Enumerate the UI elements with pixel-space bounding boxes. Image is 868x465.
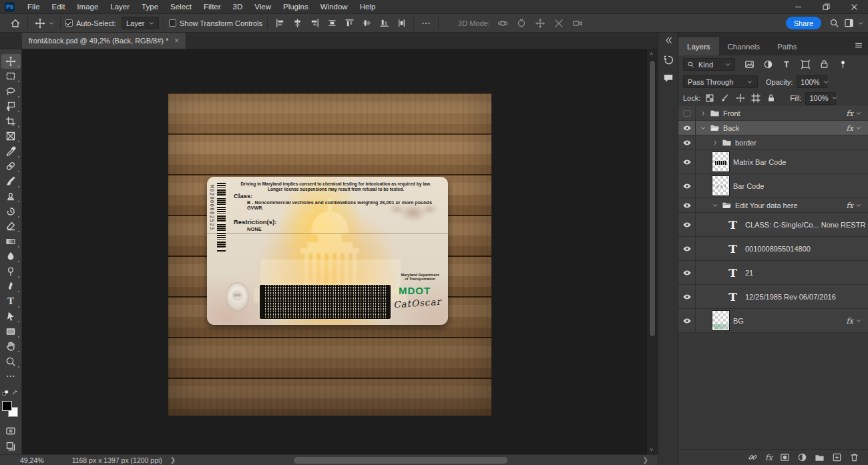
auto-select-checkbox[interactable]: [65, 19, 73, 27]
history-panel-icon[interactable]: [660, 52, 676, 68]
clone-stamp-tool[interactable]: [1, 189, 21, 203]
rectangle-tool[interactable]: [1, 324, 21, 339]
brush-tool[interactable]: [1, 174, 21, 189]
visibility-eye-icon[interactable]: [678, 213, 696, 236]
layer-thumbnail[interactable]: [712, 310, 730, 331]
delete-layer-icon[interactable]: [849, 452, 859, 462]
chevron-down-icon[interactable]: [700, 125, 706, 131]
document-tab[interactable]: front&back.psd @ 49,2% (Back, RGB/8#) * …: [22, 33, 186, 49]
new-layer-icon[interactable]: [832, 452, 842, 462]
lock-position-icon[interactable]: [735, 93, 746, 103]
screen-mode-button[interactable]: [1, 439, 21, 454]
layer-row-10[interactable]: BGfx: [678, 309, 868, 333]
kind-filter-dropdown[interactable]: Kind: [683, 58, 735, 71]
scroll-down-arrow-icon[interactable]: ˅: [650, 446, 653, 453]
chevron-down-icon[interactable]: [856, 16, 865, 31]
layer-row-2[interactable]: border: [678, 135, 868, 150]
align-center-h-icon[interactable]: [290, 16, 304, 31]
menu-item-filter[interactable]: Filter: [198, 0, 227, 13]
layer-row-1[interactable]: Backfx: [678, 121, 868, 135]
auto-select-target-dropdown[interactable]: Layer: [122, 17, 159, 29]
status-chevron-icon[interactable]: ❯: [170, 456, 176, 464]
layer-row-0[interactable]: Frontfx: [678, 106, 868, 121]
edit-toolbar-tool[interactable]: [1, 369, 21, 384]
layer-fx-badge[interactable]: fx: [846, 201, 866, 210]
default-colors-icon[interactable]: [2, 390, 9, 397]
adjustment-filter-icon[interactable]: [761, 59, 775, 71]
layer-fx-badge[interactable]: fx: [846, 123, 866, 133]
object-selection-tool[interactable]: [1, 99, 21, 113]
color-swatches[interactable]: [2, 401, 19, 418]
hand-tool[interactable]: [1, 339, 21, 354]
layer-row-6[interactable]: TCLASS: C-Single/Co... None RESTR: None: [678, 213, 868, 237]
scroll-right-arrow-icon[interactable]: ❯: [643, 456, 648, 464]
swap-colors-icon[interactable]: [12, 390, 19, 397]
history-brush-tool[interactable]: [1, 204, 21, 219]
layer-name[interactable]: 12/25/1985 Rev 06/07/2016: [745, 293, 836, 301]
layer-name[interactable]: Back: [723, 124, 739, 132]
layer-row-5[interactable]: Edit Your data herefx: [678, 198, 868, 213]
menu-item-select[interactable]: Select: [164, 0, 198, 13]
visibility-eye-icon[interactable]: [678, 309, 696, 332]
layer-row-9[interactable]: T12/25/1985 Rev 06/07/2016: [678, 285, 868, 309]
visibility-eye-icon[interactable]: [678, 121, 696, 135]
layer-row-3[interactable]: Matrix Bar Code: [678, 150, 868, 174]
menu-item-help[interactable]: Help: [354, 0, 382, 13]
align-center-v-icon[interactable]: [359, 16, 374, 31]
new-group-icon[interactable]: [815, 452, 825, 462]
eyedropper-tool[interactable]: [1, 144, 21, 159]
chevron-down-icon[interactable]: [712, 202, 718, 209]
text-layer-thumbnail[interactable]: T: [724, 262, 742, 283]
align-bottom-icon[interactable]: [377, 16, 391, 31]
layer-fx-icon[interactable]: fx: [765, 453, 773, 462]
lasso-tool[interactable]: [1, 84, 21, 99]
layer-name[interactable]: Matrix Bar Code: [733, 158, 786, 166]
close-icon[interactable]: ×: [174, 36, 179, 45]
move-tool[interactable]: [1, 54, 21, 69]
layer-row-7[interactable]: T0010008955014800: [678, 237, 868, 261]
lock-transparent-icon[interactable]: [704, 93, 715, 103]
canvas-area[interactable]: Driving in Maryland implies consent to c…: [22, 49, 646, 454]
expand-panels-icon[interactable]: [664, 36, 672, 45]
vertical-scrollbar-thumb[interactable]: [649, 60, 656, 337]
panel-menu-icon[interactable]: [854, 41, 863, 50]
blend-mode-dropdown[interactable]: Pass Through: [683, 75, 758, 88]
layer-row-4[interactable]: Bar Code: [678, 174, 868, 198]
chevron-down-icon[interactable]: [47, 16, 55, 31]
zoom-level[interactable]: 49,24%: [20, 456, 44, 464]
zoom-tool[interactable]: [1, 354, 21, 369]
layer-fx-badge[interactable]: fx: [846, 316, 866, 326]
type-tool[interactable]: T: [1, 294, 21, 309]
lock-artboard-icon[interactable]: [750, 93, 761, 103]
workspace-icon[interactable]: [841, 16, 856, 31]
visibility-eye-icon[interactable]: [678, 174, 696, 197]
menu-item-plugins[interactable]: Plugins: [277, 0, 314, 13]
opacity-value[interactable]: 100%: [797, 75, 827, 88]
layer-fx-badge[interactable]: fx: [846, 109, 866, 118]
spot-healing-tool[interactable]: [1, 159, 21, 173]
adjustment-layer-icon[interactable]: [797, 452, 807, 462]
eraser-tool[interactable]: [1, 219, 21, 234]
blur-tool[interactable]: [1, 249, 21, 264]
shape-filter-icon[interactable]: [799, 59, 812, 71]
share-button[interactable]: Share: [786, 17, 821, 29]
distribute-h-icon[interactable]: [324, 16, 339, 31]
filter-toggle-icon[interactable]: [836, 59, 849, 71]
layer-name[interactable]: Edit Your data here: [735, 201, 798, 209]
gradient-tool[interactable]: [1, 234, 21, 249]
layer-name[interactable]: border: [735, 139, 756, 147]
menu-item-3d[interactable]: 3D: [227, 0, 249, 13]
layer-name[interactable]: CLASS: C-Single/Co... None RESTR: None: [745, 221, 866, 229]
move-tool-preset-icon[interactable]: [33, 16, 47, 31]
align-top-icon[interactable]: [342, 16, 357, 31]
link-layers-icon[interactable]: [748, 452, 758, 462]
vertical-scrollbar[interactable]: ˄ ˅: [646, 49, 658, 454]
align-right-icon[interactable]: [307, 16, 322, 31]
restore-button[interactable]: [812, 0, 840, 13]
visibility-eye-icon[interactable]: [678, 150, 696, 173]
lock-all-icon[interactable]: [766, 93, 777, 103]
visibility-toggle-empty[interactable]: [678, 106, 696, 120]
layer-row-8[interactable]: T21: [678, 261, 868, 285]
layer-thumbnail[interactable]: [712, 151, 730, 172]
home-icon[interactable]: [8, 16, 23, 31]
